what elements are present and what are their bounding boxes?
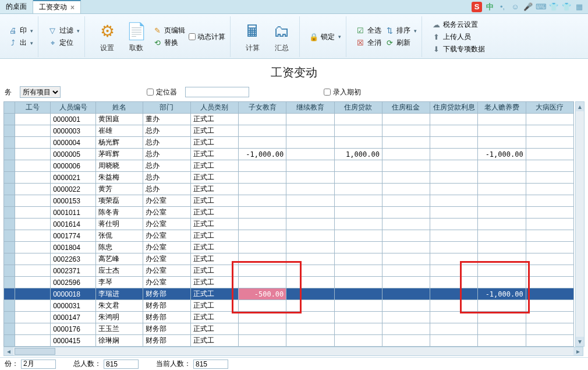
cell[interactable] — [4, 114, 15, 125]
table-row[interactable]: 0000005茅晖辉总办正式工-1,000.001,000.00-1,000.0… — [4, 149, 574, 160]
punct-icon[interactable]: •, — [497, 2, 508, 12]
taxcloud-button[interactable]: ☁税务云设置 — [431, 20, 485, 30]
dyncalc-checkbox[interactable]: 动态计算 — [189, 32, 225, 42]
cell[interactable] — [334, 335, 382, 347]
cell[interactable] — [526, 184, 573, 195]
cell[interactable] — [239, 219, 286, 230]
cell[interactable] — [526, 300, 573, 312]
scroll-down-arrow[interactable]: ▾ — [576, 337, 584, 346]
cell[interactable]: 正式工 — [190, 114, 238, 125]
cell[interactable] — [382, 312, 430, 323]
cell[interactable] — [382, 288, 430, 300]
cell[interactable]: 办公室 — [143, 230, 190, 242]
cell[interactable] — [526, 172, 573, 184]
cell[interactable] — [334, 242, 382, 253]
column-header[interactable] — [4, 102, 15, 114]
cell[interactable] — [286, 184, 334, 195]
cell[interactable] — [430, 219, 478, 230]
upload-people-button[interactable]: ⬆上传人员 — [431, 32, 485, 42]
column-header[interactable]: 姓名 — [96, 102, 143, 114]
table-row[interactable]: 0000021朱益梅总办正式工 — [4, 172, 574, 184]
cell[interactable]: 总办 — [143, 125, 190, 137]
cell[interactable] — [239, 184, 286, 195]
getdata-button[interactable]: 📄取数 — [123, 20, 149, 54]
cell[interactable] — [15, 149, 51, 160]
table-row[interactable]: 0000031朱文君财务部正式工 — [4, 300, 574, 312]
cell[interactable] — [430, 323, 478, 335]
cell[interactable]: 黄芳 — [96, 184, 143, 195]
cell[interactable] — [430, 230, 478, 242]
export-button[interactable]: ⤴出▾ — [8, 38, 33, 48]
cell[interactable] — [334, 323, 382, 335]
cell[interactable] — [239, 207, 286, 219]
cell[interactable] — [430, 207, 478, 219]
cell[interactable] — [478, 335, 526, 347]
cell[interactable]: 朱鸿明 — [96, 312, 143, 323]
select-all-button[interactable]: ☑全选 — [356, 26, 381, 36]
column-header[interactable]: 工号 — [15, 102, 51, 114]
cell[interactable]: 李琴 — [96, 277, 143, 288]
table-row[interactable]: 0000018李瑞进财务部正式工-500.00-1,000.00 — [4, 288, 574, 300]
sogou-ime-icon[interactable]: S — [472, 2, 482, 12]
project-select[interactable]: 所有项目 — [20, 86, 61, 98]
table-row[interactable]: 0002596李琴办公室正式工 — [4, 277, 574, 288]
cell[interactable]: 朱文君 — [96, 300, 143, 312]
cell[interactable]: 正式工 — [190, 242, 238, 253]
table-row[interactable]: 0000004杨光辉总办正式工 — [4, 137, 574, 149]
cell[interactable] — [4, 207, 15, 219]
cell[interactable] — [15, 335, 51, 347]
table-row[interactable]: 0001804陈忠办公室正式工 — [4, 242, 574, 253]
scroll-left-arrow[interactable]: ◂ — [4, 347, 13, 355]
cell[interactable]: 0000005 — [51, 149, 96, 160]
table-row[interactable]: 0000153项荣磊办公室正式工 — [4, 195, 574, 207]
cell[interactable] — [4, 242, 15, 253]
cell[interactable] — [286, 230, 334, 242]
cell[interactable] — [478, 253, 526, 265]
cell[interactable] — [15, 195, 51, 207]
cell[interactable] — [334, 312, 382, 323]
cell[interactable]: 0000031 — [51, 300, 96, 312]
cell[interactable]: 正式工 — [190, 125, 238, 137]
tab-salary-change[interactable]: 工资变动 × — [33, 0, 81, 13]
cell[interactable] — [526, 160, 573, 172]
cell[interactable] — [478, 230, 526, 242]
cell[interactable]: 0000021 — [51, 172, 96, 184]
cell[interactable]: 0001774 — [51, 230, 96, 242]
cell[interactable] — [286, 300, 334, 312]
cell[interactable] — [478, 312, 526, 323]
cell[interactable] — [4, 253, 15, 265]
cell[interactable] — [15, 323, 51, 335]
cell[interactable]: 总办 — [143, 149, 190, 160]
column-header[interactable]: 人员类别 — [190, 102, 238, 114]
cell[interactable] — [334, 137, 382, 149]
cell[interactable]: 财务部 — [143, 300, 190, 312]
cell[interactable] — [15, 300, 51, 312]
cell[interactable]: 0000415 — [51, 335, 96, 347]
refresh-button[interactable]: ⟳刷新 — [385, 38, 417, 48]
cell[interactable]: 正式工 — [190, 335, 238, 347]
cell[interactable]: 0000022 — [51, 184, 96, 195]
vertical-scrollbar[interactable]: ▴ ▾ — [575, 101, 585, 347]
cell[interactable] — [4, 149, 15, 160]
cell[interactable] — [526, 195, 573, 207]
cell[interactable]: 正式工 — [190, 253, 238, 265]
cell[interactable]: 总办 — [143, 172, 190, 184]
cell[interactable] — [239, 265, 286, 277]
cell[interactable] — [382, 172, 430, 184]
cell[interactable]: 0001804 — [51, 242, 96, 253]
cell[interactable] — [382, 265, 430, 277]
settings-button[interactable]: ⚙设置 — [94, 20, 120, 54]
column-header[interactable]: 大病医疗 — [526, 102, 573, 114]
cell[interactable] — [478, 300, 526, 312]
cell[interactable] — [526, 125, 573, 137]
cell[interactable] — [4, 277, 15, 288]
keyboard-icon[interactable]: ⌨ — [536, 2, 546, 12]
cell[interactable]: -500.00 — [239, 288, 286, 300]
print-button[interactable]: 🖨印▾ — [8, 26, 33, 36]
cell[interactable] — [286, 323, 334, 335]
cell[interactable] — [526, 288, 573, 300]
cell[interactable] — [4, 323, 15, 335]
cell[interactable] — [478, 125, 526, 137]
cell[interactable]: 0002371 — [51, 265, 96, 277]
column-header[interactable]: 住房贷款 — [334, 102, 382, 114]
